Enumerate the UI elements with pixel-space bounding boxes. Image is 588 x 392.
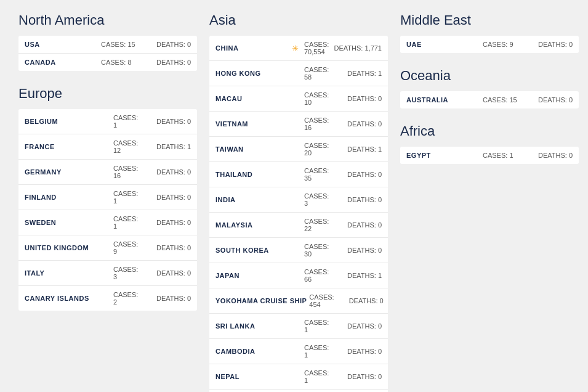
cases-value: CASES: 20 <box>302 142 332 157</box>
deaths-value: DEATHS: 0 <box>523 152 573 159</box>
cases-value: CASES: 12 <box>111 139 142 154</box>
country-name: AUSTRALIA <box>406 96 480 104</box>
table-row: CANARY ISLANDSCASES: 2DEATHS: 0 <box>18 286 197 311</box>
asia-table: CHINA✳CASES: 70,554DEATHS: 1,771HONG KON… <box>209 36 388 392</box>
table-row: ITALYCASES: 3DEATHS: 0 <box>18 261 197 286</box>
country-name: TAIWAN <box>215 145 289 153</box>
table-row: HONG KONGCASES: 58DEATHS: 1 <box>209 61 388 86</box>
column-1: North America USACASES: 15DEATHS: 0CANAD… <box>12 12 203 392</box>
country-name: CANADA <box>25 59 99 66</box>
country-name: CANARY ISLANDS <box>25 295 99 302</box>
sun-icon: ✳ <box>292 44 299 53</box>
table-row: BELGIUMCASES: 1DEATHS: 0 <box>18 109 197 134</box>
column-3: Middle East UAECASES: 9DEATHS: 0 Oceania… <box>394 12 585 392</box>
table-row: THAILANDCASES: 35DEATHS: 0 <box>209 162 388 187</box>
table-row: CANADACASES: 8DEATHS: 0 <box>18 54 197 71</box>
cases-value: CASES: 1 <box>111 190 142 205</box>
deaths-value: DEATHS: 0 <box>332 348 382 355</box>
page: North America USACASES: 15DEATHS: 0CANAD… <box>0 0 588 392</box>
deaths-value: DEATHS: 0 <box>332 171 382 178</box>
deaths-value: DEATHS: 0 <box>142 269 191 277</box>
north-america-table: USACASES: 15DEATHS: 0CANADACASES: 8DEATH… <box>18 36 197 71</box>
cases-value: CASES: 9 <box>111 240 142 255</box>
cases-value: CASES: 1 <box>111 215 142 230</box>
cases-value: CASES: 3 <box>111 266 142 280</box>
deaths-value: DEATHS: 0 <box>332 373 382 380</box>
column-2: Asia CHINA✳CASES: 70,554DEATHS: 1,771HON… <box>203 12 394 392</box>
cases-value: CASES: 2 <box>111 291 142 306</box>
table-row: SOUTH KOREACASES: 30DEATHS: 0 <box>209 238 388 263</box>
table-row: EGYPTCASES: 1DEATHS: 0 <box>400 147 579 164</box>
cases-value: CASES: 454 <box>307 293 334 308</box>
cases-value: CASES: 1 <box>111 114 142 129</box>
europe-table: BELGIUMCASES: 1DEATHS: 0FRANCECASES: 12D… <box>18 109 197 311</box>
deaths-value: DEATHS: 0 <box>142 118 191 125</box>
table-row: MALAYSIACASES: 22DEATHS: 0 <box>209 213 388 238</box>
section-middle-east: Middle East UAECASES: 9DEATHS: 0 <box>400 12 579 53</box>
table-row: SWEDENCASES: 1DEATHS: 0 <box>18 210 197 235</box>
deaths-value: DEATHS: 0 <box>142 59 191 66</box>
country-name: BELGIUM <box>25 118 99 125</box>
cases-value: CASES: 10 <box>302 91 332 106</box>
cases-value: CASES: 1 <box>302 369 332 384</box>
table-row: AUSTRALIACASES: 15DEATHS: 0 <box>400 91 579 108</box>
cases-value: CASES: 1 <box>480 152 523 159</box>
table-row: INDIACASES: 3DEATHS: 0 <box>209 187 388 213</box>
country-name: NEPAL <box>215 373 289 380</box>
cases-value: CASES: 58 <box>302 66 332 81</box>
deaths-value: DEATHS: 0 <box>332 95 382 102</box>
deaths-value: DEATHS: 1 <box>142 143 191 150</box>
europe-title: Europe <box>18 86 197 102</box>
table-row: GERMANYCASES: 16DEATHS: 0 <box>18 160 197 185</box>
table-row: SRI LANKACASES: 1DEATHS: 0 <box>209 314 388 339</box>
cases-value: CASES: 3 <box>302 192 332 207</box>
country-name: FINLAND <box>25 194 99 201</box>
table-row: UNITED KINGDOMCASES: 9DEATHS: 0 <box>18 235 197 261</box>
deaths-value: DEATHS: 0 <box>523 41 573 48</box>
country-name: THAILAND <box>215 171 289 178</box>
country-name: SOUTH KOREA <box>215 247 289 254</box>
africa-title: Africa <box>400 123 579 139</box>
section-north-america: North America USACASES: 15DEATHS: 0CANAD… <box>18 12 197 71</box>
table-row: PHILIPPINESCASES: 3DEATHS: 1 <box>209 390 388 392</box>
section-oceania: Oceania AUSTRALIACASES: 15DEATHS: 0 <box>400 68 579 108</box>
deaths-value: DEATHS: 0 <box>142 219 191 226</box>
country-name: UNITED KINGDOM <box>25 244 99 251</box>
country-name: JAPAN <box>215 272 289 279</box>
table-row: CAMBODIACASES: 1DEATHS: 0 <box>209 339 388 364</box>
oceania-title: Oceania <box>400 68 579 84</box>
cases-value: CASES: 1 <box>302 319 332 333</box>
deaths-value: DEATHS: 0 <box>332 247 382 254</box>
table-row: USACASES: 15DEATHS: 0 <box>18 36 197 54</box>
country-name: ITALY <box>25 269 99 277</box>
africa-table: EGYPTCASES: 1DEATHS: 0 <box>400 147 579 164</box>
country-name: CAMBODIA <box>215 348 289 355</box>
cases-value: CASES: 16 <box>111 165 142 179</box>
deaths-value: DEATHS: 0 <box>142 194 191 201</box>
table-row: VIETNAMCASES: 16DEATHS: 0 <box>209 112 388 137</box>
deaths-value: DEATHS: 0 <box>523 96 573 104</box>
north-america-title: North America <box>18 12 197 28</box>
table-row: TAIWANCASES: 20DEATHS: 1 <box>209 137 388 162</box>
section-africa: Africa EGYPTCASES: 1DEATHS: 0 <box>400 123 579 164</box>
country-name: USA <box>25 41 99 48</box>
table-row: UAECASES: 9DEATHS: 0 <box>400 36 579 53</box>
deaths-value: DEATHS: 0 <box>332 196 382 203</box>
deaths-value: DEATHS: 1 <box>332 70 382 77</box>
cases-value: CASES: 22 <box>302 218 332 232</box>
cases-value: CASES: 16 <box>302 116 332 131</box>
country-name: SWEDEN <box>25 219 99 226</box>
country-name: INDIA <box>215 196 289 203</box>
table-row: YOKOHAMA CRUISE SHIPCASES: 454DEATHS: 0 <box>209 288 388 314</box>
cases-value: CASES: 8 <box>99 59 142 66</box>
table-row: CHINA✳CASES: 70,554DEATHS: 1,771 <box>209 36 388 61</box>
country-name: EGYPT <box>406 152 480 159</box>
country-name: MACAU <box>215 95 289 102</box>
table-row: MACAUCASES: 10DEATHS: 0 <box>209 86 388 112</box>
deaths-value: DEATHS: 0 <box>142 41 191 48</box>
country-name: VIETNAM <box>215 120 289 128</box>
asia-title: Asia <box>209 12 388 28</box>
table-row: FINLANDCASES: 1DEATHS: 0 <box>18 185 197 210</box>
section-europe: Europe BELGIUMCASES: 1DEATHS: 0FRANCECAS… <box>18 86 197 311</box>
country-name: YOKOHAMA CRUISE SHIP <box>215 297 307 304</box>
